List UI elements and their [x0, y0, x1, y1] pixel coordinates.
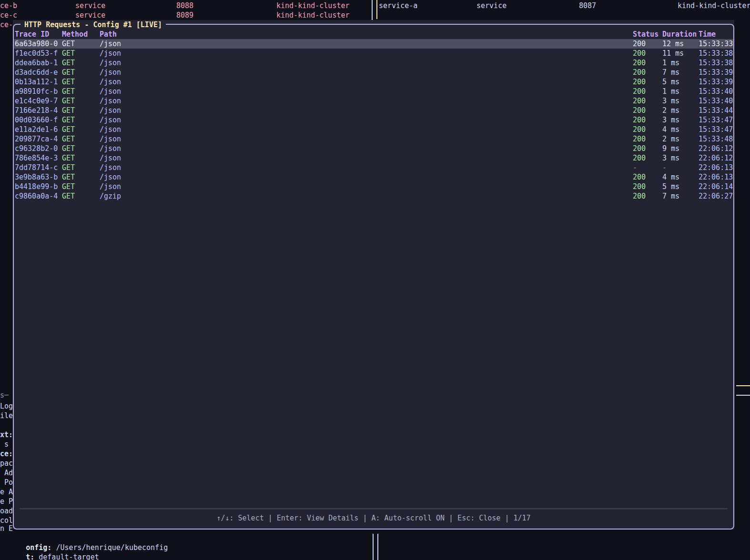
services-table-right: service-aservice8087kind-kind-cluster — [0, 0, 750, 20]
clipped-text-fragment: s — [0, 440, 9, 449]
trace-id-cell: d3adc6dd-e — [15, 68, 58, 77]
status-cell: 200 — [633, 68, 646, 77]
request-row[interactable]: 6a63a980-0GET/json20012 ms15:33:33 — [14, 39, 733, 49]
path-cell: /json — [100, 125, 121, 134]
method-cell: GET — [62, 39, 75, 49]
path-cell: /gzip — [100, 191, 121, 201]
method-cell: GET — [62, 191, 75, 201]
trace-id-cell: c96328b2-0 — [15, 144, 58, 153]
request-row[interactable]: d3adc6dd-eGET/json2007 ms15:33:39 — [14, 68, 733, 77]
footer-separator — [20, 509, 728, 509]
time-cell: 15:33:33 — [699, 39, 733, 49]
request-row[interactable]: 3e9b8a63-bGET/json2004 ms22:06:13 — [14, 172, 733, 182]
status-cell: 200 — [633, 172, 646, 182]
service-cell: 8087 — [579, 1, 596, 10]
trace-id-cell: 786e854e-3 — [15, 153, 58, 163]
column-header-path: Path — [100, 30, 117, 39]
service-cell: ce- — [0, 20, 13, 30]
request-row[interactable]: c9860a0a-4GET/gzip2007 ms22:06:27 — [14, 191, 733, 201]
time-cell: 15:33:38 — [699, 58, 733, 68]
clipped-text-fragment: pac — [0, 459, 13, 468]
column-header-duration: Duration — [662, 30, 697, 39]
request-row[interactable]: f1ec0d53-fGET/json20011 ms15:33:38 — [14, 49, 733, 58]
trace-id-cell: ddea6bab-1 — [15, 58, 58, 68]
path-cell: /json — [100, 172, 121, 182]
duration-cell: 5 ms — [662, 182, 679, 191]
column-header-method: Method — [62, 30, 88, 39]
time-cell: 15:33:39 — [699, 77, 733, 87]
duration-cell: 11 ms — [662, 49, 684, 58]
request-row[interactable]: 7dd78714-cGET/json--22:06:13 — [14, 163, 733, 172]
time-cell: 15:33:48 — [699, 134, 733, 144]
request-row[interactable]: 786e854e-3GET/json2003 ms22:06:12 — [14, 153, 733, 163]
method-cell: GET — [62, 144, 75, 153]
trace-id-cell: f1ec0d53-f — [15, 49, 58, 58]
path-cell: /json — [100, 77, 121, 87]
duration-cell: 4 ms — [662, 125, 679, 134]
status-cell: 200 — [633, 77, 646, 87]
method-cell: GET — [62, 58, 75, 68]
http-requests-modal: HTTP Requests - Config #1 [LIVE] Trace I… — [13, 20, 734, 530]
duration-cell: 3 ms — [662, 96, 679, 106]
path-cell: /json — [100, 49, 121, 58]
status-cell: 200 — [633, 153, 646, 163]
clipped-text-fragment: ce: — [0, 449, 13, 459]
panel-divider-bottom-2 — [377, 534, 378, 560]
trace-id-cell: c9860a0a-4 — [15, 191, 58, 201]
path-cell: /json — [100, 68, 121, 77]
request-row[interactable]: 00d03660-fGET/json2003 ms15:33:47 — [14, 115, 733, 125]
request-row[interactable]: c96328b2-0GET/json2009 ms22:06:12 — [14, 144, 733, 153]
path-cell: /json — [100, 96, 121, 106]
duration-cell: 5 ms — [662, 77, 679, 87]
clipped-text-fragment: e P — [0, 497, 13, 506]
request-row[interactable]: 209877ca-4GET/json2002 ms15:33:48 — [14, 134, 733, 144]
time-cell: 15:33:39 — [699, 68, 733, 77]
request-row[interactable]: 0b13a112-1GET/json2005 ms15:33:39 — [14, 77, 733, 87]
path-cell: /json — [100, 182, 121, 191]
method-cell: GET — [62, 134, 75, 144]
method-cell: GET — [62, 87, 75, 96]
time-cell: 15:33:47 — [699, 125, 733, 134]
service-row-selected[interactable]: service-aservice8087kind-kind-cluster — [0, 1, 750, 10]
column-header-trace-id: Trace ID — [15, 30, 49, 39]
modal-footer-help: ↑/↓: Select | Enter: View Details | A: A… — [13, 513, 734, 523]
column-header-status: Status — [633, 30, 659, 39]
request-row[interactable]: e1c4c0e9-7GET/json2003 ms15:33:40 — [14, 96, 733, 106]
path-cell: /json — [100, 163, 121, 172]
request-row[interactable]: b4418e99-bGET/json2005 ms22:06:14 — [14, 182, 733, 191]
status-cell: 200 — [633, 49, 646, 58]
column-header-time: Time — [699, 30, 716, 39]
service-cell: kind-kind-cluster — [678, 1, 750, 10]
clipped-text-fragment: e A — [0, 487, 13, 497]
trace-id-cell: 209877ca-4 — [15, 134, 58, 144]
duration-cell: 12 ms — [662, 39, 684, 49]
status-cell: 200 — [633, 191, 646, 201]
time-cell: 15:33:44 — [699, 106, 733, 115]
status-cell: 200 — [633, 96, 646, 106]
status-cell: 200 — [633, 144, 646, 153]
duration-cell: 7 ms — [662, 68, 679, 77]
trace-id-cell: 00d03660-f — [15, 115, 58, 125]
terminal-screen: ce-bservice8088kind-kind-clusterce-cserv… — [0, 0, 750, 560]
request-row[interactable]: a98910fc-bGET/json2001 ms15:33:40 — [14, 87, 733, 96]
trace-id-cell: 3e9b8a63-b — [15, 172, 58, 182]
request-row[interactable]: ddea6bab-1GET/json2001 ms15:33:38 — [14, 58, 733, 68]
duration-cell: 2 ms — [662, 134, 679, 144]
duration-cell: - — [662, 163, 667, 172]
time-cell: 22:06:13 — [699, 163, 733, 172]
status-cell: 200 — [633, 106, 646, 115]
method-cell: GET — [62, 163, 75, 172]
status-cell: 200 — [633, 134, 646, 144]
trace-id-cell: e11a2de1-6 — [15, 125, 58, 134]
time-cell: 22:06:12 — [699, 144, 733, 153]
method-cell: GET — [62, 106, 75, 115]
status-cell: 200 — [633, 58, 646, 68]
duration-cell: 3 ms — [662, 153, 679, 163]
time-cell: 15:33:40 — [699, 87, 733, 96]
duration-cell: 7 ms — [662, 191, 679, 201]
status-cell: - — [633, 163, 637, 172]
request-row[interactable]: e11a2de1-6GET/json2004 ms15:33:47 — [14, 125, 733, 134]
request-row[interactable]: 7166e218-4GET/json2002 ms15:33:44 — [14, 106, 733, 115]
status-cell: 200 — [633, 87, 646, 96]
time-cell: 22:06:13 — [699, 172, 733, 182]
